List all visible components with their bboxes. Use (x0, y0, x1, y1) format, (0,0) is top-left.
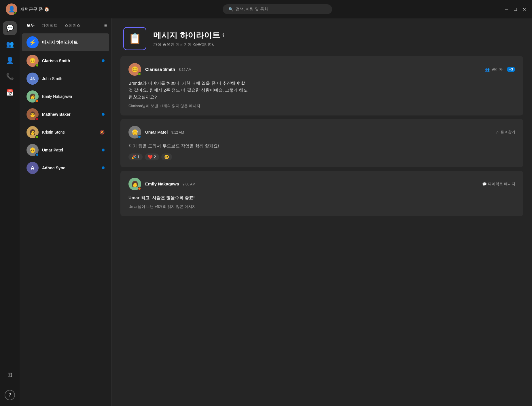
plus-count-clarissa: +3 (507, 67, 515, 72)
msg-time-clarissa: 8:12 AM (179, 68, 192, 72)
titlebar-left: 👤 재택근무 중 🏠 (6, 3, 50, 15)
tab-direct[interactable]: 다이렉트 (39, 22, 60, 29)
app-layout: 💬 👥 👤 📞 📅 ⊞ ? 모두 다이렉트 스페이스 ≡ ⚡ 메시지 하이라이트… (0, 18, 532, 406)
message-cards: 😊 Clarissa Smith 8:12 AM 👥 관리자 +3 Brenda… (112, 56, 532, 225)
minimize-button[interactable]: ─ (505, 7, 508, 12)
search-icon: 🔍 (228, 7, 233, 12)
rail-apps-icon[interactable]: ⊞ (3, 368, 17, 382)
close-button[interactable]: ✕ (522, 7, 526, 12)
contact-item-clarissa[interactable]: 😊 Clarissa Smith (22, 52, 109, 69)
sidebar: 모두 다이렉트 스페이스 ≡ ⚡ 메시지 하이라이트 😊 Clarissa Sm… (20, 18, 112, 406)
avatar-clarissa: 😊 (26, 55, 39, 67)
status-emily (35, 99, 39, 103)
reaction-heart[interactable]: ❤️ 2 (145, 153, 159, 160)
highlight-label: 메시지 하이라이트 (42, 40, 78, 45)
tab-space[interactable]: 스페이스 (62, 22, 83, 29)
mute-icon-kristin: 🔕 (100, 130, 105, 134)
message-card-emily: 👩 Emily Nakagawa 9:00 AM 💬 다이렉트 메시지 Umar… (120, 171, 523, 216)
tab-all[interactable]: 모두 (24, 22, 37, 29)
msg-status-umar (138, 135, 141, 139)
contact-item-kristin[interactable]: 👩 Kristin Stone 🔕 (22, 124, 109, 141)
maximize-button[interactable]: □ (514, 7, 517, 12)
msg-avatar-clarissa: 😊 (128, 63, 141, 76)
contact-name-clarissa: Clarissa Smith (42, 58, 98, 63)
msg-status-clarissa (138, 72, 141, 76)
contact-name-matthew: Matthew Baker (42, 112, 98, 117)
rail-people-icon[interactable]: 👥 (3, 37, 17, 51)
contact-item-umar[interactable]: 👴 Umar Patel (22, 142, 109, 158)
contact-name-adhoc: Adhoc Sync (42, 166, 98, 170)
main-content: 📋 메시지 하이라이트 ℹ 가장 중요한 메시지에 집중합니다. 😊 (112, 18, 532, 406)
reaction-smile[interactable]: 😄 (161, 153, 172, 160)
rail-phone-icon[interactable]: 📞 (3, 70, 17, 84)
dm-icon: 💬 (482, 182, 487, 186)
highlight-icon: ⚡ (26, 36, 39, 48)
contact-item-adhoc[interactable]: A Adhoc Sync (22, 160, 109, 176)
titlebar-controls: ─ □ ✕ (505, 7, 526, 12)
titlebar: 👤 재택근무 중 🏠 🔍 검색, 미팅 및 통화 ─ □ ✕ (0, 0, 532, 18)
msg-time-emily: 9:00 AM (183, 182, 195, 186)
unread-dot-adhoc (102, 166, 105, 169)
avatar-john: JS (26, 73, 39, 85)
search-bar[interactable]: 🔍 검색, 미팅 및 통화 (223, 4, 332, 14)
rail-calendar-icon[interactable]: 📅 (3, 86, 17, 100)
page-subtitle: 가장 중요한 메시지에 집중합니다. (153, 42, 224, 47)
sidebar-item-highlight[interactable]: ⚡ 메시지 하이라이트 (22, 33, 109, 51)
star-icon: ☆ (496, 130, 499, 134)
contact-item-john[interactable]: JS John Smith (22, 70, 109, 87)
status-umar (35, 153, 39, 156)
admin-label: 관리자 (491, 67, 503, 72)
msg-tag-clarissa: 👥 관리자 (485, 67, 503, 72)
msg-action-emily[interactable]: 💬 다이렉트 메시지 (482, 181, 515, 187)
favorite-label: 즐겨찾기 (500, 130, 515, 135)
user-avatar[interactable]: 👤 (6, 3, 17, 15)
msg-avatar-emily: 👩 (128, 178, 141, 190)
rail-contact-icon[interactable]: 👤 (3, 54, 17, 67)
highlight-header-icon: 📋 (123, 27, 146, 50)
msg-name-clarissa: Clarissa Smith (145, 67, 175, 72)
avatar-emily: 👩 (26, 90, 39, 103)
avatar-matthew: 👨 (26, 108, 39, 120)
reaction-count-heart: 2 (154, 155, 156, 159)
rail-help-icon[interactable]: ? (5, 390, 15, 400)
status-matthew (35, 117, 39, 121)
msg-time-umar: 9:12 AM (171, 130, 184, 134)
msg-avatar-umar: 👴 (128, 126, 141, 139)
sidebar-tabs: 모두 다이렉트 스페이스 ≡ (20, 18, 111, 33)
message-card-clarissa: 😊 Clarissa Smith 8:12 AM 👥 관리자 +3 Brenda… (120, 56, 523, 115)
msg-sender-umar: Umar Patel 9:12 AM (145, 130, 492, 135)
msg-unread-clarissa: Clarissa님이 보낸 +1개의 읽지 않은 메시지 (128, 103, 515, 109)
contact-name-john: John Smith (42, 76, 105, 81)
msg-body-emily: Umar 최고! 사람은 많을수록 좋죠! (128, 194, 515, 201)
content-header: 📋 메시지 하이라이트 ℹ 가장 중요한 메시지에 집중합니다. (112, 18, 532, 56)
status-clarissa (35, 64, 39, 67)
user-status-label: 재택근무 중 🏠 (20, 7, 50, 12)
contact-item-matthew[interactable]: 👨 Matthew Baker (22, 106, 109, 123)
msg-header-clarissa: 😊 Clarissa Smith 8:12 AM 👥 관리자 +3 (128, 63, 515, 76)
page-title: 메시지 하이라이트 (153, 30, 220, 41)
filter-icon[interactable]: ≡ (104, 23, 107, 28)
info-icon[interactable]: ℹ (222, 32, 224, 39)
rail-chat-icon[interactable]: 💬 (3, 21, 17, 35)
msg-sender-clarissa: Clarissa Smith 8:12 AM (145, 67, 481, 72)
avatar-umar: 👴 (26, 144, 39, 156)
msg-action-umar[interactable]: ☆ 즐겨찾기 (496, 130, 515, 135)
unread-dot-umar (102, 149, 105, 151)
reactions-umar: 🎉 1 ❤️ 2 😄 (128, 153, 515, 160)
unread-dot-clarissa (102, 59, 105, 62)
icon-rail: 💬 👥 👤 📞 📅 ⊞ ? (0, 18, 20, 406)
search-placeholder: 검색, 미팅 및 통화 (236, 7, 268, 12)
msg-name-emily: Emily Nakagawa (145, 181, 179, 186)
msg-header-umar: 👴 Umar Patel 9:12 AM ☆ 즐겨찾기 (128, 126, 515, 139)
avatar-adhoc: A (26, 162, 39, 174)
admin-icon: 👥 (485, 67, 490, 72)
msg-body-umar: 제가 팀을 도와서 무드보드 작업을 함께 할게요! (128, 143, 515, 149)
msg-name-umar: Umar Patel (145, 130, 168, 134)
user-status-dot (14, 12, 17, 15)
contact-item-emily[interactable]: 👩 Emily Nakagawa (22, 88, 109, 105)
contact-name-umar: Umar Patel (42, 148, 98, 152)
reaction-party[interactable]: 🎉 1 (128, 153, 143, 160)
msg-sender-emily: Emily Nakagawa 9:00 AM (145, 181, 478, 187)
header-text: 메시지 하이라이트 ℹ 가장 중요한 메시지에 집중합니다. (153, 30, 224, 47)
contact-name-kristin: Kristin Stone (42, 130, 96, 134)
